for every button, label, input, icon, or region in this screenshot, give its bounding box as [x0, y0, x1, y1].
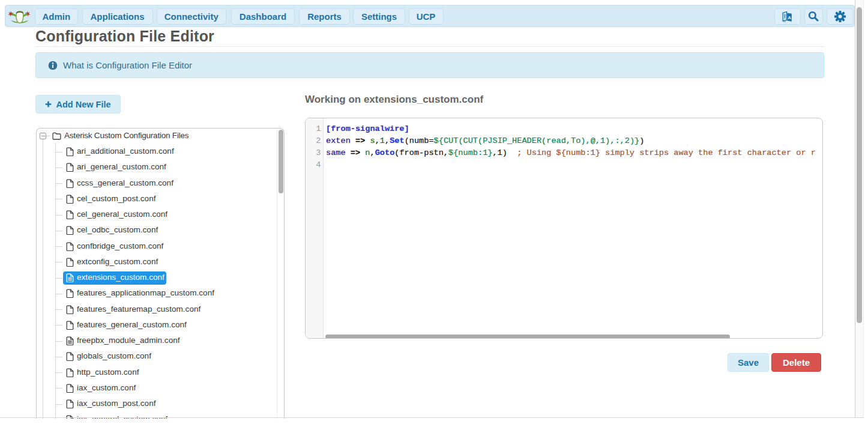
svg-text:A: A — [788, 14, 791, 20]
